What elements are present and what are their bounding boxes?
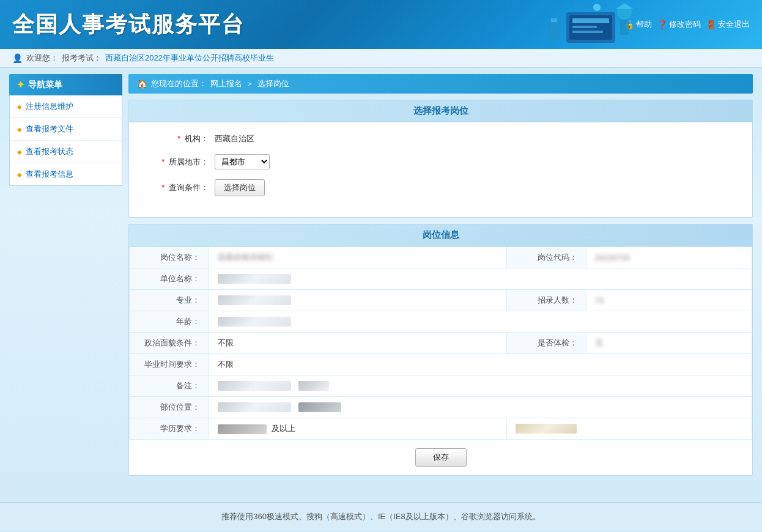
dot-icon-4: ◆ (17, 171, 22, 178)
save-row: 保存 (129, 440, 752, 475)
table-row: 备注： (130, 375, 752, 397)
svg-rect-10 (551, 18, 557, 22)
change-password-button[interactable]: ❓ 修改密码 (657, 19, 701, 30)
sidebar-header: ✦ 导航菜单 (9, 74, 122, 95)
recruit-count-label: 招录人数： (506, 290, 586, 311)
select-position-card: 选择报考岗位 * 机构： 西藏自治区 * 所属地市： 昌都市拉萨市日喀则市 (128, 100, 753, 218)
exit-icon: 🚪 (706, 20, 716, 29)
table-row: 专业： 招录人数： 73 (130, 290, 752, 311)
table-row: 年龄： (130, 311, 752, 333)
major-label: 专业： (130, 290, 209, 311)
save-button[interactable]: 保存 (415, 448, 467, 467)
political-value: 不限 (209, 333, 507, 354)
education-value: 及以上 (209, 418, 507, 440)
unit-name-label: 单位名称： (130, 268, 209, 290)
logout-button[interactable]: 🚪 安全退出 (706, 19, 750, 30)
city-select[interactable]: 昌都市拉萨市日喀则市 (215, 154, 270, 169)
dot-icon-3: ◆ (17, 149, 22, 155)
info-table: 岗位名称： 昌都农牧供销社 岗位代码： 20220725 单位名称： (129, 246, 752, 440)
person-icon: 👤 (12, 53, 23, 63)
menu-star-icon: ✦ (17, 79, 24, 91)
recruit-count-value: 73 (586, 290, 752, 311)
dot-icon-2: ◆ (17, 126, 22, 133)
sidebar-menu: ◆ 注册信息维护 ◆ 查看报考文件 ◆ 查看报考状态 ◆ 查看报考信息 (9, 95, 122, 186)
table-row: 学历要求： 及以上 (130, 418, 752, 440)
query-row: * 查询条件： 选择岗位 (147, 179, 734, 196)
location-value (209, 397, 752, 418)
select-card-title: 选择报考岗位 (129, 100, 752, 122)
sidebar-item-exam-info[interactable]: ◆ 查看报考信息 (10, 163, 122, 185)
query-label: * 查询条件： (147, 182, 209, 193)
age-label: 年龄： (130, 311, 209, 333)
sidebar-item-register[interactable]: ◆ 注册信息维护 (10, 95, 122, 118)
info-card-title: 岗位信息 (129, 224, 752, 246)
svg-rect-3 (572, 26, 597, 28)
header-decoration (530, 0, 652, 49)
physical-label: 是否体检： (506, 333, 586, 354)
home-icon: 🏠 (137, 79, 147, 89)
select-card-body: * 机构： 西藏自治区 * 所属地市： 昌都市拉萨市日喀则市 * 查询条件： (129, 122, 752, 217)
graduation-label: 毕业时间要求： (130, 354, 209, 375)
sidebar-item-exam-status[interactable]: ◆ 查看报考状态 (10, 141, 122, 163)
major-value (209, 290, 507, 311)
exam-name: 西藏自治区2022年事业单位公开招聘高校毕业生 (105, 53, 274, 64)
site-title: 全国人事考试服务平台 (12, 10, 245, 40)
education-label: 学历要求： (130, 418, 209, 440)
dot-icon-1: ◆ (17, 103, 22, 110)
city-row: * 所属地市： 昌都市拉萨市日喀则市 (147, 154, 734, 169)
position-code-label: 岗位代码： (506, 247, 586, 268)
physical-value: 无 (586, 333, 752, 354)
table-row: 单位名称： (130, 268, 752, 290)
position-name-label: 岗位名称： (130, 247, 209, 268)
position-name-value: 昌都农牧供销社 (209, 247, 507, 268)
education-extra (506, 418, 752, 440)
select-position-button[interactable]: 选择岗位 (215, 179, 265, 196)
table-row: 政治面貌条件： 不限 是否体检： 无 (130, 333, 752, 354)
main-layout: ✦ 导航菜单 ◆ 注册信息维护 ◆ 查看报考文件 ◆ 查看报考状态 ◆ 查看报考… (0, 68, 762, 496)
footer: 推荐使用360极速模式、搜狗（高速模式）、IE（IE8及以上版本）、谷歌浏览器访… (0, 502, 762, 531)
sidebar: ✦ 导航菜单 ◆ 注册信息维护 ◆ 查看报考文件 ◆ 查看报考状态 ◆ 查看报考… (9, 74, 122, 490)
question-icon: ❓ (657, 20, 667, 29)
political-label: 政治面貌条件： (130, 333, 209, 354)
institution-row: * 机构： 西藏自治区 (147, 133, 734, 144)
svg-marker-7 (615, 3, 634, 9)
graduation-value: 不限 (209, 354, 752, 375)
location-label: 部位位置： (130, 397, 209, 418)
table-row: 岗位名称： 昌都农牧供销社 岗位代码： 20220725 (130, 247, 752, 268)
svg-rect-2 (572, 18, 609, 23)
institution-value: 西藏自治区 (215, 133, 254, 144)
content-area: 🏠 您现在的位置： 网上报名 ＞ 选择岗位 选择报考岗位 * 机构： 西藏自治区 (128, 74, 753, 490)
age-value (209, 311, 752, 333)
svg-point-8 (593, 4, 601, 11)
city-label: * 所属地市： (147, 157, 209, 168)
header: 全国人事考试服务平台 🔒 帮助 ❓ 修改密码 🚪 安全退出 (0, 0, 762, 49)
svg-rect-9 (548, 21, 560, 40)
svg-rect-6 (620, 20, 629, 35)
note-value (209, 375, 752, 397)
position-code-value: 20220725 (586, 247, 752, 268)
table-row: 部位位置： (130, 397, 752, 418)
topbar: 👤 欢迎您： 报考考试： 西藏自治区2022年事业单位公开招聘高校毕业生 (0, 49, 762, 68)
breadcrumb: 🏠 您现在的位置： 网上报名 ＞ 选择岗位 (128, 74, 753, 94)
sidebar-item-exam-files[interactable]: ◆ 查看报考文件 (10, 118, 122, 141)
position-info-card: 岗位信息 岗位名称： 昌都农牧供销社 岗位代码： 20220725 (128, 224, 753, 476)
institution-label: * 机构： (147, 133, 209, 144)
table-row: 毕业时间要求： 不限 (130, 354, 752, 375)
svg-rect-4 (572, 31, 603, 33)
note-label: 备注： (130, 375, 209, 397)
unit-name-value (209, 268, 752, 290)
